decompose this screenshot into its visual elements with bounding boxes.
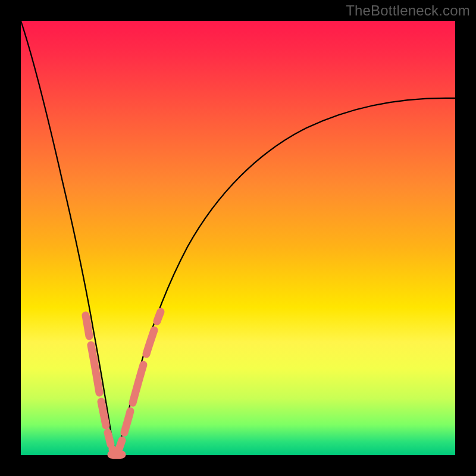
curve-layer [21,21,455,455]
left-segment-3 [101,402,106,425]
watermark-text: TheBottleneck.com [346,2,470,19]
left-segment-4 [108,433,111,444]
chart-frame: TheBottleneck.com [0,0,476,476]
left-segment-2 [91,345,99,393]
right-branch-curve [116,98,455,455]
right-segment-5 [157,312,161,321]
right-segment-2 [124,411,130,433]
right-segment-1 [118,440,122,450]
left-segment-1 [86,315,89,336]
right-segment-3 [133,365,143,403]
plot-area [21,21,455,455]
right-segment-4 [146,330,154,354]
trough-segment [111,455,122,455]
